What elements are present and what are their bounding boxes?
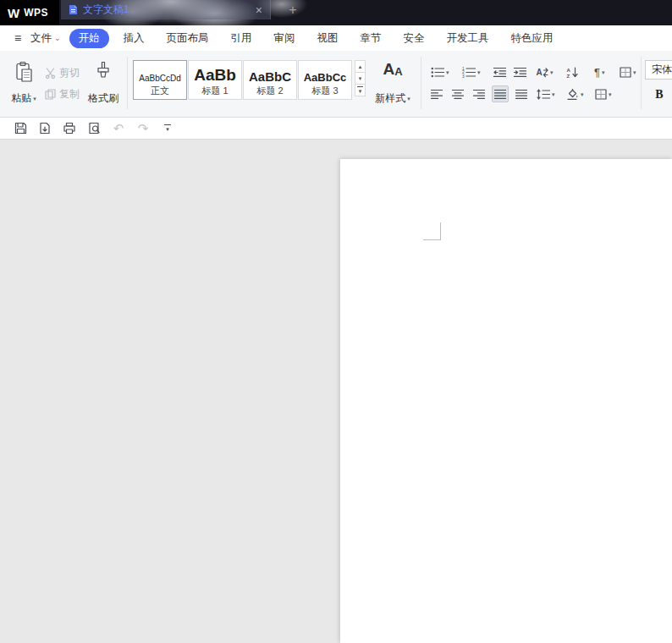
align-center-button[interactable] <box>449 85 466 102</box>
style-gallery-up-button[interactable]: ▴ <box>355 60 366 73</box>
menu-tab-references[interactable]: 引用 <box>220 29 263 48</box>
cut-icon <box>45 68 56 79</box>
font-name-value: 宋体 <box>652 63 672 75</box>
justify-button[interactable] <box>492 85 509 102</box>
format-painter-icon <box>95 61 112 81</box>
borders-button[interactable]: ▾ <box>592 85 614 102</box>
text-tools-button[interactable]: ▾ <box>617 63 639 80</box>
menu-tab-special-features[interactable]: 特色应用 <box>500 29 565 48</box>
redo-button[interactable]: ↷ <box>135 121 151 135</box>
menu-tab-security[interactable]: 安全 <box>393 29 436 48</box>
print-button[interactable] <box>62 121 77 135</box>
bullet-list-button[interactable]: ▾ <box>428 63 452 80</box>
export-icon <box>39 122 52 135</box>
style-heading-3[interactable]: AaBbCc 标题 3 <box>298 60 352 100</box>
undo-button[interactable]: ↶ <box>111 121 126 135</box>
style-gallery-scroll: ▴ ▾ ▾ <box>355 60 366 96</box>
text-boundary-mark <box>423 223 441 240</box>
document-tab[interactable]: 文字文稿1 × <box>61 0 271 19</box>
customize-toolbar-button[interactable]: ▾ <box>160 121 175 135</box>
more-arrow-icon: ▾ <box>359 88 362 94</box>
paragraph-mark-icon: ¶ <box>594 67 600 78</box>
show-marks-button[interactable]: ¶ ▾ <box>592 63 608 80</box>
export-button[interactable] <box>37 121 52 135</box>
line-spacing-icon <box>537 89 550 100</box>
tab-close-icon[interactable]: × <box>256 4 262 16</box>
style-heading-1[interactable]: AaBb 标题 1 <box>188 60 242 100</box>
sort-button[interactable]: A Z <box>564 63 581 80</box>
decrease-indent-button[interactable] <box>491 63 509 80</box>
hamburger-menu-icon[interactable]: ≡ <box>7 31 29 45</box>
align-left-icon <box>431 89 443 100</box>
collapse-icon: ▾ <box>164 124 171 132</box>
style-preview: AaBbC <box>249 61 291 83</box>
print-icon <box>63 122 76 135</box>
group-separator <box>641 57 642 109</box>
menu-tab-page-layout[interactable]: 页面布局 <box>156 29 220 48</box>
increase-indent-button[interactable] <box>511 63 529 80</box>
text-tools-icon <box>620 67 631 78</box>
style-preview: AaBb <box>194 61 236 83</box>
style-normal[interactable]: AaBbCcDd 正文 <box>133 60 187 100</box>
document-page[interactable] <box>340 159 672 643</box>
style-gallery-down-button[interactable]: ▾ <box>355 72 366 85</box>
titlebar: W WPS 文字文稿1 × + <box>0 0 672 25</box>
dropdown-icon: ▾ <box>633 69 636 75</box>
text-direction-button[interactable]: A ▾ <box>532 63 556 80</box>
wps-logo-icon: W <box>8 7 19 19</box>
svg-text:Z: Z <box>567 73 570 77</box>
align-right-button[interactable] <box>471 85 487 102</box>
print-preview-button[interactable] <box>86 121 102 135</box>
cut-button[interactable]: 剪切 <box>45 64 80 81</box>
dropdown-icon: ▾ <box>550 69 554 75</box>
style-name: 标题 1 <box>201 85 228 97</box>
cut-label: 剪切 <box>59 66 80 80</box>
save-button[interactable] <box>13 121 28 135</box>
new-style-icon: AA <box>383 61 402 77</box>
menu-tab-developer-tools[interactable]: 开发工具 <box>436 29 500 48</box>
increase-indent-icon <box>514 67 526 78</box>
dropdown-icon: ▾ <box>446 69 449 75</box>
new-style-button[interactable]: AA 新样式 ▾ <box>370 59 416 108</box>
bold-button[interactable]: B <box>650 85 669 103</box>
dropdown-icon: ▾ <box>602 69 605 75</box>
paste-icon <box>14 61 33 83</box>
format-painter-button[interactable]: 格式刷 <box>83 59 124 108</box>
style-heading-2[interactable]: AaBbC 标题 2 <box>243 60 297 100</box>
font-name-select[interactable]: 宋体 <box>645 60 672 80</box>
style-preview: AaBbCc <box>304 61 347 83</box>
shading-button[interactable]: ▾ <box>564 85 587 102</box>
menu-tab-review[interactable]: 审阅 <box>263 29 306 48</box>
menu-tab-insert[interactable]: 插入 <box>113 29 156 48</box>
line-spacing-button[interactable]: ▾ <box>534 85 558 102</box>
file-menu[interactable]: 文件 ⌄ <box>29 31 66 46</box>
dropdown-icon: ▾ <box>552 91 555 97</box>
svg-text:A: A <box>537 67 543 76</box>
style-gallery-more-button[interactable]: ▾ <box>355 84 366 96</box>
new-tab-button[interactable]: + <box>284 2 301 19</box>
dropdown-icon: ▾ <box>33 96 36 102</box>
numbering-button[interactable]: 1 2 3 ▾ <box>460 63 483 80</box>
menu-tab-view[interactable]: 视图 <box>306 29 350 48</box>
new-style-label: 新样式 <box>375 91 405 106</box>
menu-tab-home[interactable]: 开始 <box>69 29 109 48</box>
scroll-up-icon: ▴ <box>359 63 362 69</box>
tab-title: 文字文稿1 <box>83 3 251 17</box>
more-bar-icon <box>357 86 363 87</box>
align-left-button[interactable] <box>428 85 445 102</box>
copy-button[interactable]: 复制 <box>45 85 80 102</box>
dropdown-icon: ▾ <box>407 96 410 102</box>
distribute-button[interactable] <box>513 85 530 102</box>
style-preview: AaBbCcDd <box>139 61 180 83</box>
format-painter-label: 格式刷 <box>88 91 118 106</box>
numbering-icon: 1 2 3 <box>462 67 476 78</box>
wps-logo[interactable]: W WPS <box>0 0 59 25</box>
menu-tab-section[interactable]: 章节 <box>350 29 393 48</box>
paste-button[interactable]: 粘贴 ▾ <box>5 59 42 108</box>
print-preview-icon <box>88 122 101 135</box>
copy-icon <box>45 89 56 100</box>
quick-access-toolbar: ↶ ↷ ▾ <box>0 118 672 140</box>
document-icon <box>69 4 78 15</box>
chevron-down-icon: ⌄ <box>54 34 61 42</box>
ribbon: 粘贴 ▾ 剪切 复制 格式刷 AaBbCcDd 正文 AaBb 标题 <box>0 51 672 118</box>
